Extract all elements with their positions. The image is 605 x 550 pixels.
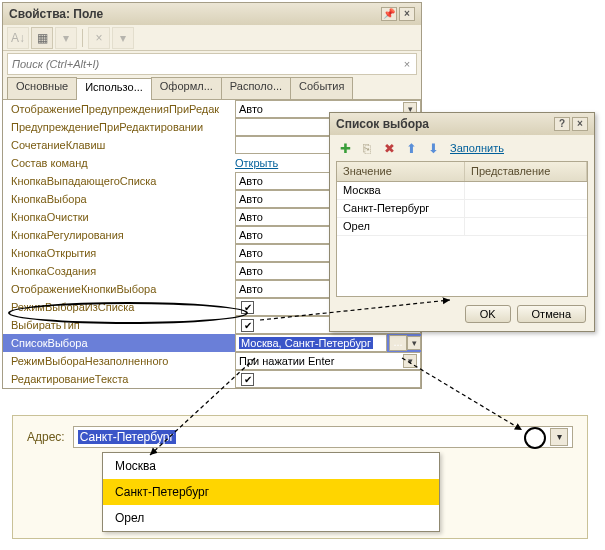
prop-row[interactable]: СписокВыбораМосква, Санкт-Петербург...▾: [3, 334, 421, 352]
ok-button[interactable]: OK: [465, 305, 511, 323]
help-icon[interactable]: ?: [554, 117, 570, 131]
col-value: Значение: [337, 162, 465, 181]
tab-3[interactable]: Располо...: [221, 77, 291, 99]
list-row[interactable]: Орел: [337, 218, 587, 236]
search-input[interactable]: [8, 55, 398, 73]
checkbox[interactable]: ✔: [241, 373, 254, 386]
delete-icon[interactable]: ✖: [380, 139, 398, 157]
tab-2[interactable]: Оформл...: [151, 77, 222, 99]
checkbox[interactable]: ✔: [241, 301, 254, 314]
close-icon[interactable]: ×: [399, 7, 415, 21]
prop-label: КнопкаВыпадающегоСписка: [3, 175, 235, 187]
col-presentation: Представление: [465, 162, 587, 181]
address-dropdown-button[interactable]: ▾: [550, 428, 568, 446]
more-button[interactable]: ▾: [112, 27, 134, 49]
prop-value[interactable]: При нажатии Enter▾: [235, 352, 421, 370]
tab-1[interactable]: Использо...: [76, 78, 152, 100]
prop-label: ПредупреждениеПриРедактировании: [3, 121, 235, 133]
properties-toolbar: A↓ ▦ ▾ × ▾: [3, 25, 421, 51]
prop-label: ВыбиратьТип: [3, 319, 235, 331]
prop-label: РедактированиеТекста: [3, 373, 235, 385]
categories-button[interactable]: ▦: [31, 27, 53, 49]
prop-label: ОтображениеКнопкиВыбора: [3, 283, 235, 295]
dropdown-button[interactable]: ▾: [55, 27, 77, 49]
prop-label: КнопкаОткрытия: [3, 247, 235, 259]
tab-0[interactable]: Основные: [7, 77, 77, 99]
address-dropdown: МоскваСанкт-ПетербургОрел: [102, 452, 440, 532]
cancel-button[interactable]: Отмена: [517, 305, 586, 323]
list-dialog-titlebar: Список выбора ? ×: [330, 113, 594, 135]
list-dialog-title: Список выбора: [336, 117, 429, 131]
dropdown-option[interactable]: Москва: [103, 453, 439, 479]
prop-label: КнопкаВыбора: [3, 193, 235, 205]
chevron-down-icon[interactable]: ▾: [403, 354, 417, 368]
dropdown-option[interactable]: Орел: [103, 505, 439, 531]
chevron-down-icon[interactable]: ▾: [407, 336, 421, 350]
prop-label: КнопкаРегулирования: [3, 229, 235, 241]
ellipsis-button[interactable]: ...: [389, 335, 407, 351]
prop-label: КнопкаСоздания: [3, 265, 235, 277]
prop-label: РежимВыбораИзСписка: [3, 301, 235, 313]
search-clear-icon[interactable]: ×: [398, 58, 416, 70]
prop-label: СочетаниеКлавиш: [3, 139, 235, 151]
properties-title: Свойства: Поле: [9, 7, 103, 21]
list-header: Значение Представление: [337, 162, 587, 182]
fill-link[interactable]: Заполнить: [450, 142, 504, 154]
copy-icon[interactable]: ⎘: [358, 139, 376, 157]
prop-value[interactable]: ✔: [235, 370, 421, 388]
prop-value[interactable]: Москва, Санкт-Петербург...▾: [235, 334, 421, 352]
properties-titlebar: Свойства: Поле 📌 ×: [3, 3, 421, 25]
dialog-close-icon[interactable]: ×: [572, 117, 588, 131]
prop-label: КнопкаОчистки: [3, 211, 235, 223]
address-label: Адрес:: [27, 430, 65, 444]
list-dialog: Список выбора ? × ✚ ⎘ ✖ ⬆ ⬇ Заполнить Зн…: [329, 112, 595, 332]
move-down-icon[interactable]: ⬇: [424, 139, 442, 157]
add-icon[interactable]: ✚: [336, 139, 354, 157]
checkbox[interactable]: ✔: [241, 319, 254, 332]
sort-az-button[interactable]: A↓: [7, 27, 29, 49]
prop-label: СписокВыбора: [3, 337, 235, 349]
prop-label: Состав команд: [3, 157, 235, 169]
prop-row[interactable]: РедактированиеТекста✔: [3, 370, 421, 388]
list-row[interactable]: Санкт-Петербург: [337, 200, 587, 218]
pin-icon[interactable]: 📌: [381, 7, 397, 21]
address-value: Санкт-Петербург: [78, 430, 176, 444]
prop-row[interactable]: РежимВыбораНезаполненногоПри нажатии Ent…: [3, 352, 421, 370]
tabs: ОсновныеИспользо...Оформл...Располо...Со…: [3, 77, 421, 99]
move-up-icon[interactable]: ⬆: [402, 139, 420, 157]
tab-4[interactable]: События: [290, 77, 353, 99]
search-box[interactable]: ×: [7, 53, 417, 75]
prop-label: ОтображениеПредупрежденияПриРедак: [3, 103, 235, 115]
open-link[interactable]: Открыть: [235, 157, 278, 169]
list-table: Значение Представление МоскваСанкт-Петер…: [336, 161, 588, 297]
address-field[interactable]: Санкт-Петербург ▾: [73, 426, 573, 448]
dropdown-option[interactable]: Санкт-Петербург: [103, 479, 439, 505]
clear-button[interactable]: ×: [88, 27, 110, 49]
prop-label: РежимВыбораНезаполненного: [3, 355, 235, 367]
list-row[interactable]: Москва: [337, 182, 587, 200]
list-dialog-toolbar: ✚ ⎘ ✖ ⬆ ⬇ Заполнить: [330, 135, 594, 161]
